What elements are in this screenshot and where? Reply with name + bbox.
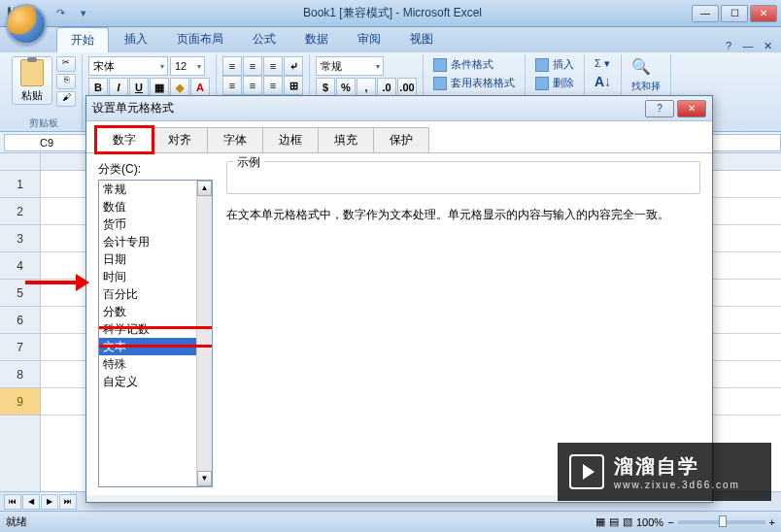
category-item[interactable]: 日期 — [99, 250, 212, 268]
wrap-button[interactable]: ⤶ — [284, 56, 303, 76]
category-item[interactable]: 数值 — [99, 198, 212, 216]
cond-format-button[interactable]: 条件格式 — [429, 56, 519, 73]
row-header[interactable]: 3 — [0, 225, 40, 252]
table-format-button[interactable]: 套用表格格式 — [429, 75, 519, 91]
category-item[interactable]: 时间 — [99, 268, 212, 285]
percent-button[interactable]: % — [336, 78, 356, 97]
dialog-tab-fill[interactable]: 填充 — [318, 127, 374, 152]
dialog-close-button[interactable]: ✕ — [677, 100, 706, 117]
copy-button[interactable]: ⎘ — [56, 74, 76, 89]
zoom-out-button[interactable]: − — [667, 516, 673, 528]
close-button[interactable]: ✕ — [750, 5, 777, 22]
row-header[interactable]: 8 — [0, 361, 40, 388]
category-item[interactable]: 自定义 — [99, 373, 212, 390]
paste-button[interactable]: 粘贴 — [12, 56, 52, 105]
category-item[interactable]: 特殊 — [99, 355, 212, 373]
cut-button[interactable]: ✂ — [56, 56, 76, 72]
align-top-button[interactable]: ≡ — [222, 56, 242, 76]
dialog-tab-font[interactable]: 字体 — [207, 127, 263, 152]
name-box[interactable]: C9 — [4, 134, 89, 151]
tab-layout[interactable]: 页面布局 — [163, 27, 237, 52]
delete-cells-button[interactable]: 删除 — [531, 75, 578, 91]
zoom-in-button[interactable]: + — [769, 516, 775, 528]
sheet-prev-button[interactable]: ◀ — [22, 494, 40, 510]
view-break-icon[interactable]: ▧ — [623, 515, 632, 528]
redo-icon[interactable]: ↷ — [51, 4, 70, 23]
category-item-selected[interactable]: 文本 — [99, 338, 212, 355]
zoom-level[interactable]: 100% — [636, 516, 663, 528]
font-name-combo[interactable]: 宋体 — [88, 56, 168, 76]
comma-button[interactable]: , — [357, 78, 376, 97]
row-headers: 1 2 3 4 5 6 7 8 9 — [0, 153, 41, 511]
dec-decimal-button[interactable]: .00 — [397, 78, 417, 97]
currency-button[interactable]: $ — [316, 78, 335, 97]
bold-button[interactable]: B — [88, 78, 108, 97]
tab-insert[interactable]: 插入 — [111, 27, 161, 52]
row-header[interactable]: 6 — [0, 307, 40, 334]
align-left-button[interactable]: ≡ — [222, 76, 242, 95]
dialog-help-button[interactable]: ? — [645, 100, 674, 117]
qat-more-icon[interactable]: ▾ — [74, 4, 93, 23]
doc-close-icon[interactable]: ✕ — [760, 40, 775, 52]
minimize-button[interactable]: — — [692, 5, 719, 22]
sort-button[interactable]: A↓ — [591, 73, 615, 90]
status-ready: 就绪 — [6, 515, 27, 529]
row-header[interactable]: 2 — [0, 198, 40, 225]
category-listbox[interactable]: 常规 数值 货币 会计专用 日期 时间 百分比 分数 科学记数 文本 特殊 自定… — [98, 180, 213, 487]
align-right-button[interactable]: ≡ — [263, 76, 283, 95]
sheet-first-button[interactable]: ⏮ — [4, 494, 21, 510]
category-item[interactable]: 科学记数 — [99, 320, 212, 338]
select-all-corner[interactable] — [0, 153, 41, 171]
sheet-last-button[interactable]: ⏭ — [59, 494, 77, 510]
tab-home[interactable]: 开始 — [56, 27, 109, 52]
tab-data[interactable]: 数据 — [291, 27, 342, 52]
scroll-down-icon[interactable]: ▼ — [197, 471, 212, 486]
zoom-slider[interactable] — [678, 520, 765, 524]
view-layout-icon[interactable]: ▤ — [609, 515, 619, 528]
tab-review[interactable]: 审阅 — [344, 27, 394, 52]
inc-decimal-button[interactable]: .0 — [377, 78, 396, 97]
cond-format-icon — [433, 58, 447, 72]
row-header-active[interactable]: 9 — [0, 388, 40, 416]
border-button[interactable]: ▦ — [150, 78, 169, 97]
maximize-button[interactable]: ☐ — [721, 5, 748, 22]
dialog-title-bar[interactable]: 设置单元格格式 ? ✕ — [86, 96, 712, 121]
underline-button[interactable]: U — [129, 78, 149, 97]
row-header[interactable]: 7 — [0, 334, 40, 361]
dialog-tab-protect[interactable]: 保护 — [373, 127, 429, 152]
merge-button[interactable]: ⊞ — [284, 76, 303, 95]
category-item[interactable]: 百分比 — [99, 285, 212, 303]
number-format-combo[interactable]: 常规 — [316, 56, 384, 76]
tab-formula[interactable]: 公式 — [239, 27, 289, 52]
insert-cells-button[interactable]: 插入 — [531, 56, 578, 73]
office-button[interactable] — [6, 4, 47, 45]
row-header[interactable]: 1 — [0, 171, 40, 198]
dialog-tab-align[interactable]: 对齐 — [152, 127, 208, 152]
format-painter-button[interactable]: 🖌 — [56, 91, 76, 107]
dialog-tab-number[interactable]: 数字 — [96, 127, 153, 152]
autosum-button[interactable]: Σ ▾ — [591, 56, 615, 71]
category-item[interactable]: 货币 — [99, 216, 212, 233]
category-item[interactable]: 分数 — [99, 303, 212, 320]
view-normal-icon[interactable]: ▦ — [595, 515, 605, 528]
category-item[interactable]: 会计专用 — [99, 233, 212, 250]
find-button[interactable]: 🔍 — [628, 56, 664, 77]
font-color-button[interactable]: A — [190, 78, 210, 97]
align-mid-button[interactable]: ≡ — [243, 56, 262, 76]
italic-button[interactable]: I — [109, 78, 128, 97]
annotation-arrow — [25, 274, 89, 291]
font-size-combo[interactable]: 12 — [170, 56, 205, 76]
help-icon[interactable]: ? — [721, 40, 736, 52]
listbox-scrollbar[interactable]: ▲ ▼ — [196, 181, 212, 486]
category-item[interactable]: 常规 — [99, 181, 212, 198]
align-center-button[interactable]: ≡ — [243, 76, 262, 95]
dialog-tab-border[interactable]: 边框 — [262, 127, 319, 152]
scroll-up-icon[interactable]: ▲ — [197, 181, 212, 196]
sheet-next-button[interactable]: ▶ — [41, 494, 58, 510]
ribbon-minimize-icon[interactable]: — — [740, 40, 756, 52]
sample-groupbox: 示例 — [226, 161, 700, 194]
delete-label: 删除 — [553, 76, 574, 90]
align-bot-button[interactable]: ≡ — [263, 56, 283, 76]
fill-color-button[interactable]: ◆ — [170, 78, 189, 97]
tab-view[interactable]: 视图 — [396, 27, 447, 52]
